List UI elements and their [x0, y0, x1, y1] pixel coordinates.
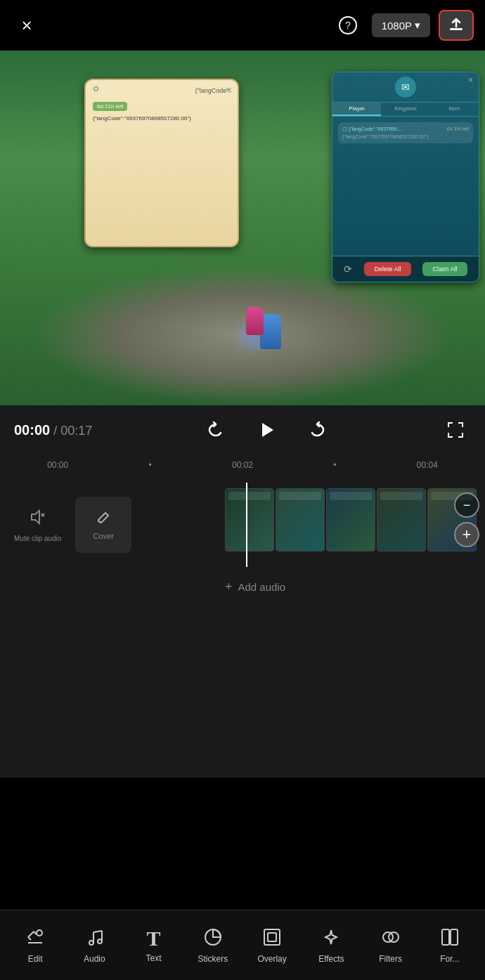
game-panel-left: × {"langCode": 6d 21h left {"langCode":"… [84, 79, 239, 247]
nav-stickers[interactable]: Stickers [185, 927, 241, 964]
svg-marker-3 [262, 423, 273, 437]
clip-frame-3[interactable] [326, 488, 375, 551]
audio-icon [84, 927, 104, 950]
play-button[interactable] [251, 414, 282, 445]
panel-left-close[interactable]: × [226, 84, 232, 96]
video-area: × {"langCode": 6d 21h left {"langCode":"… [0, 51, 485, 405]
help-button[interactable]: ? [332, 10, 363, 41]
game-panel-right: ✉ × Player Kingdom Item ▢ {"langCode":"6… [332, 72, 479, 282]
controls-bar: 00:00 / 00:17 [0, 405, 485, 455]
forward-button[interactable] [302, 414, 332, 445]
panel-right-tabs: Player Kingdom Item [332, 103, 479, 117]
nav-format[interactable]: For... [422, 927, 478, 964]
cover-button[interactable]: Cover [75, 497, 131, 553]
panel-right-close[interactable]: × [468, 75, 473, 85]
controls-center [200, 414, 332, 445]
clip-frame-2[interactable] [276, 488, 325, 551]
filters-icon [381, 927, 401, 950]
clip-frames [225, 483, 485, 553]
resolution-button[interactable]: 1080P ▾ [372, 13, 430, 37]
timeline-bar[interactable]: 00:00 • 00:02 • 00:04 [0, 455, 485, 476]
nav-edit[interactable]: Edit [7, 927, 63, 964]
close-button[interactable]: × [11, 10, 42, 41]
clip-frame-4[interactable] [377, 488, 426, 551]
top-bar: × ? 1080P ▾ [0, 0, 485, 51]
timeline-ticks: 00:00 • 00:02 • 00:04 [7, 460, 478, 470]
svg-rect-2 [450, 28, 463, 30]
fullscreen-button[interactable] [440, 414, 471, 445]
nav-stickers-label: Stickers [198, 954, 228, 964]
panel-right-item-title: ▢ {"langCode":"6937696.... [342, 126, 403, 132]
clip-end-buttons: − + [454, 492, 479, 547]
panel-right-icon: ✉ [395, 77, 416, 98]
svg-point-11 [37, 930, 42, 936]
text-icon: T [147, 928, 161, 949]
clip-controls: Mute clip audio Cover [0, 483, 225, 567]
tab-kingdom[interactable]: Kingdom [381, 103, 429, 116]
add-audio-row[interactable]: + Add audio [225, 574, 285, 600]
svg-line-8 [28, 932, 34, 937]
time-current: 00:00 [14, 422, 50, 438]
format-icon [440, 927, 460, 950]
svg-rect-23 [442, 929, 449, 945]
nav-overlay[interactable]: Overlay [244, 927, 300, 964]
nav-format-label: For... [440, 954, 459, 964]
tab-item[interactable]: Item [430, 103, 479, 116]
panel-right-item-badge: 64 3% left [447, 126, 469, 132]
stickers-icon [203, 927, 223, 950]
time-display: 00:00 / 00:17 [14, 422, 92, 438]
svg-text:?: ? [345, 20, 351, 31]
panel-right-item: ▢ {"langCode":"6937696.... 64 3% left {"… [338, 122, 473, 143]
cover-icon [96, 510, 111, 529]
panel-left-header: {"langCode": [93, 87, 231, 94]
nav-effects[interactable]: Effects [303, 927, 359, 964]
pencil-icon [96, 510, 111, 525]
editor-area: Mute clip audio Cover [0, 476, 485, 778]
panel-refresh-icon[interactable]: ⟳ [344, 262, 352, 276]
time-total: 00:17 [60, 424, 92, 438]
fullscreen-icon [446, 420, 465, 440]
character-2 [246, 307, 264, 335]
cover-label: Cover [93, 532, 114, 540]
edit-icon [25, 927, 45, 950]
export-button[interactable] [439, 10, 474, 41]
tick-dot-2: • [333, 460, 336, 470]
svg-rect-19 [264, 929, 280, 945]
panel-right-footer: ⟳ Delete All Claim All [332, 256, 479, 282]
nav-text[interactable]: T Text [126, 928, 182, 963]
nav-filters-label: Filters [379, 954, 402, 964]
nav-audio[interactable]: Audio [66, 927, 122, 964]
export-icon [448, 17, 465, 34]
tick-dot-1: • [148, 460, 151, 470]
svg-line-7 [98, 521, 101, 523]
nav-audio-label: Audio [84, 954, 105, 964]
add-audio-plus: + [225, 580, 233, 594]
panel-left-deco: ✿ [93, 84, 99, 93]
panel-right-item-sub: {"langCode":"69376970868507280 00"} [342, 134, 469, 139]
add-audio-label: Add audio [238, 581, 286, 593]
tick-2: 00:04 [417, 460, 438, 470]
svg-marker-4 [32, 511, 39, 523]
trim-button[interactable]: − [454, 492, 479, 518]
rewind-icon [206, 420, 226, 440]
svg-rect-20 [268, 933, 276, 941]
add-clip-button[interactable]: + [454, 522, 479, 547]
timeline-strip[interactable]: − + [225, 483, 485, 567]
rewind-button[interactable] [200, 414, 231, 445]
mute-label: Mute clip audio [14, 534, 61, 543]
overlay-icon [262, 927, 282, 950]
nav-filters[interactable]: Filters [363, 927, 419, 964]
play-icon [254, 417, 279, 443]
panel-left-badge: 6d 21h left [93, 102, 127, 111]
tab-player[interactable]: Player [332, 103, 381, 116]
svg-line-10 [28, 937, 31, 940]
mute-button[interactable]: Mute clip audio [14, 507, 61, 543]
clip-frame-1[interactable] [225, 488, 274, 551]
timeline-playhead [246, 483, 247, 567]
claim-all-button[interactable]: Claim All [422, 262, 467, 276]
effects-icon [321, 927, 341, 950]
panel-right-item-header: ▢ {"langCode":"6937696.... 64 3% left [342, 126, 469, 132]
delete-all-button[interactable]: Delete All [364, 262, 410, 276]
nav-effects-label: Effects [318, 954, 344, 964]
panel-left-text: {"langCode":"69376970868507280 00"} [93, 115, 231, 122]
